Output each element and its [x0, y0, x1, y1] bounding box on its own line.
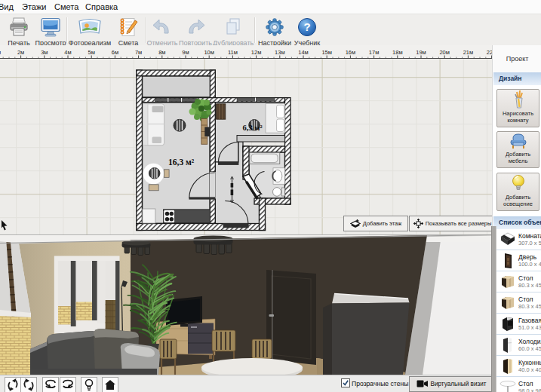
svg-text:11м: 11м: [228, 49, 238, 56]
svg-text:16,3 м²: 16,3 м²: [168, 158, 195, 167]
svg-text:5м: 5м: [88, 49, 95, 56]
svg-text:4м: 4м: [64, 49, 71, 56]
svg-text:16м: 16м: [346, 49, 356, 56]
svg-text:15м: 15м: [321, 49, 332, 56]
svg-text:8м: 8м: [158, 49, 165, 56]
svg-text:?: ?: [303, 20, 310, 33]
svg-text:6,3 м²: 6,3 м²: [243, 124, 263, 132]
svg-text:10м: 10м: [204, 49, 214, 56]
svg-text:18м: 18м: [392, 49, 403, 56]
svg-text:12м: 12м: [251, 49, 262, 56]
svg-text:6м: 6м: [112, 49, 118, 56]
svg-text:19м: 19м: [416, 49, 426, 56]
svg-text:21м: 21м: [463, 49, 474, 56]
svg-text:9м: 9м: [182, 49, 189, 56]
svg-text:3м: 3м: [41, 49, 48, 56]
svg-text:1м: 1м: [0, 49, 1, 56]
svg-text:7м: 7м: [135, 49, 142, 56]
svg-text:14м: 14м: [298, 49, 309, 56]
svg-text:17м: 17м: [369, 49, 380, 56]
svg-text:13м: 13м: [275, 49, 285, 56]
svg-text:20м: 20м: [439, 49, 450, 56]
svg-text:2м: 2м: [17, 49, 24, 56]
